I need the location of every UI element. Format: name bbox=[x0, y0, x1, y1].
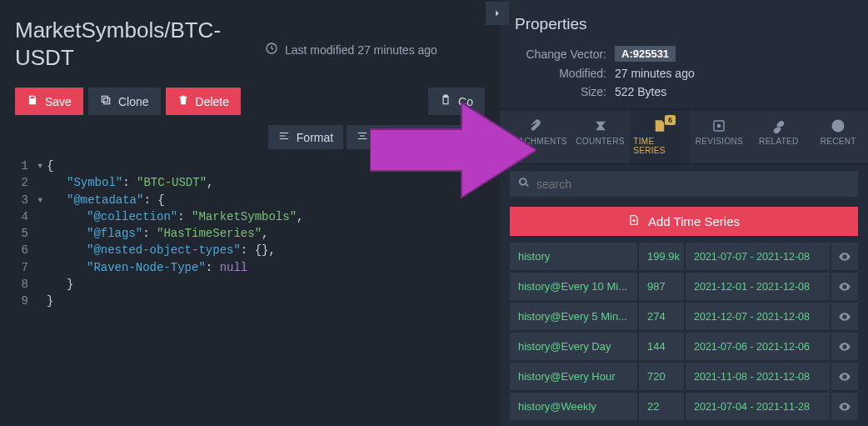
search-input[interactable] bbox=[536, 178, 850, 191]
time-series-row: history@Every Hour7202021-11-08 - 2021-1… bbox=[510, 363, 858, 390]
view-icon[interactable] bbox=[831, 310, 858, 323]
time-series-row: history199.9k2021-07-07 - 2021-12-08 bbox=[510, 243, 858, 270]
save-button[interactable]: Save bbox=[15, 88, 83, 115]
svg-point-6 bbox=[717, 124, 721, 128]
ts-count: 720 bbox=[639, 363, 686, 390]
time-series-row: history@Weekly222021-07-04 - 2021-11-28 bbox=[510, 393, 858, 420]
clipboard-icon bbox=[440, 94, 451, 108]
time-series-row: history@Every 10 Mi...9872021-12-01 - 20… bbox=[510, 273, 858, 300]
clone-button[interactable]: Clone bbox=[88, 88, 161, 115]
ts-range: 2021-07-04 - 2021-11-28 bbox=[686, 393, 831, 420]
page-title: MarketSymbols/BTC-USDT bbox=[15, 17, 232, 71]
time-series-list: history199.9k2021-07-07 - 2021-12-08hist… bbox=[500, 243, 868, 423]
format-button[interactable]: Format bbox=[268, 125, 343, 149]
view-icon[interactable] bbox=[831, 280, 858, 293]
view-icon[interactable] bbox=[831, 400, 858, 413]
clone-icon bbox=[100, 94, 112, 108]
collapse-icon bbox=[357, 130, 368, 144]
trash-icon bbox=[177, 94, 189, 108]
modified-label: Modified: bbox=[515, 67, 606, 80]
code-editor[interactable]: 1▾{ 2 "Symbol": "BTC-USDT", 3▾"@metadata… bbox=[0, 154, 500, 313]
svg-rect-2 bbox=[102, 96, 107, 102]
ts-count: 144 bbox=[639, 333, 686, 360]
collapse-panel-handle[interactable] bbox=[486, 2, 509, 25]
tab-revisions[interactable]: REVISIONS bbox=[690, 110, 749, 163]
collapse-doc-button[interactable]: Collapse document bbox=[347, 125, 485, 149]
change-vector-value: A:925531 bbox=[615, 46, 676, 62]
change-vector-label: Change Vector: bbox=[515, 48, 606, 61]
ts-count: 199.9k bbox=[639, 243, 686, 270]
ts-name[interactable]: history@Every 5 Min... bbox=[510, 303, 639, 330]
time-series-row: history@Every Day1442021-07-06 - 2021-12… bbox=[510, 333, 858, 360]
tab-time-series[interactable]: 6 TIME SERIES bbox=[630, 110, 689, 163]
detail-tabs: ATTACHMENTS COUNTERS 6 TIME SERIES REVIS… bbox=[500, 110, 868, 164]
add-icon bbox=[628, 214, 640, 228]
ts-name[interactable]: history bbox=[510, 243, 639, 270]
modified-value: 27 minutes ago bbox=[615, 67, 695, 80]
tab-attachments[interactable]: ATTACHMENTS bbox=[500, 110, 571, 163]
tab-related[interactable]: RELATED bbox=[749, 110, 808, 163]
tab-recent[interactable]: RECENT bbox=[809, 110, 868, 163]
view-icon[interactable] bbox=[831, 340, 858, 353]
ts-range: 2021-11-08 - 2021-12-08 bbox=[686, 363, 831, 390]
view-icon[interactable] bbox=[831, 370, 858, 383]
ts-range: 2021-12-01 - 2021-12-08 bbox=[686, 273, 831, 300]
size-label: Size: bbox=[515, 85, 606, 98]
last-modified: Last modified 27 minutes ago bbox=[265, 42, 437, 58]
ts-name[interactable]: history@Every 10 Mi... bbox=[510, 273, 639, 300]
ts-count: 274 bbox=[639, 303, 686, 330]
ts-range: 2021-07-07 - 2021-12-08 bbox=[686, 243, 831, 270]
clock-icon bbox=[265, 42, 278, 58]
save-icon bbox=[27, 94, 38, 108]
time-series-row: history@Every 5 Min...2742021-12-07 - 20… bbox=[510, 303, 858, 330]
svg-rect-1 bbox=[104, 98, 110, 104]
properties-heading: Properties bbox=[515, 15, 853, 33]
time-series-search[interactable] bbox=[510, 171, 858, 197]
size-value: 522 Bytes bbox=[615, 85, 666, 98]
ts-count: 987 bbox=[639, 273, 686, 300]
format-icon bbox=[278, 130, 290, 144]
view-icon[interactable] bbox=[831, 250, 858, 263]
tab-counters[interactable]: COUNTERS bbox=[571, 110, 630, 163]
copy-button[interactable]: Co bbox=[428, 88, 485, 115]
ts-name[interactable]: history@Weekly bbox=[510, 393, 639, 420]
ts-name[interactable]: history@Every Day bbox=[510, 333, 639, 360]
ts-range: 2021-12-07 - 2021-12-08 bbox=[686, 303, 831, 330]
ts-name[interactable]: history@Every Hour bbox=[510, 363, 639, 390]
ts-count: 22 bbox=[639, 393, 686, 420]
properties-panel: Properties Change Vector: A:925531 Modif… bbox=[500, 0, 868, 110]
ts-range: 2021-07-06 - 2021-12-06 bbox=[686, 333, 831, 360]
search-icon bbox=[518, 177, 530, 191]
time-series-badge: 6 bbox=[665, 115, 676, 125]
add-time-series-button[interactable]: Add Time Series bbox=[510, 207, 858, 236]
delete-button[interactable]: Delete bbox=[166, 88, 241, 115]
